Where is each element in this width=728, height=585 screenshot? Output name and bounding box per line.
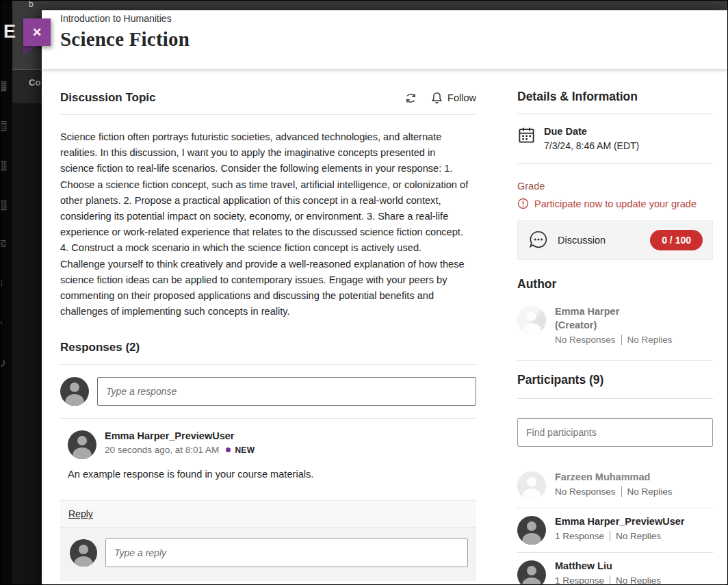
- participant-row: Emma Harper_PreviewUser 1 Response No Re…: [517, 508, 713, 552]
- participant-replies: No Replies: [616, 531, 661, 541]
- stats-separator: [610, 531, 610, 541]
- mail-icon[interactable]: ✉: [1, 236, 6, 252]
- reply-input[interactable]: [105, 538, 468, 567]
- participant-row: Matthew Liu 1 Response No Replies: [517, 552, 713, 584]
- due-date-value: 7/3/24, 8:46 AM (EDT): [544, 140, 639, 151]
- discussion-peek-panel: Introduction to Humanities Science Ficti…: [42, 10, 727, 584]
- current-user-avatar: [60, 377, 89, 406]
- author-avatar: [517, 306, 546, 335]
- participant-avatar: [517, 471, 546, 500]
- close-button-fold: [23, 46, 38, 55]
- warning-icon: [517, 198, 529, 209]
- grade-score-pill: 0 / 100: [650, 230, 703, 250]
- response-timestamp: 20 seconds ago, at 8:01 AM: [105, 445, 219, 455]
- clock-icon[interactable]: ◔: [1, 315, 3, 330]
- chart-icon[interactable]: ▥: [1, 157, 8, 172]
- close-button[interactable]: ✕: [23, 18, 51, 46]
- stats-separator: [610, 575, 610, 584]
- grade-warning-text: Participate now to update your grade: [534, 198, 697, 209]
- course-name: Introduction to Humanities: [60, 13, 727, 24]
- refresh-button[interactable]: [404, 92, 417, 105]
- new-indicator-dot: [226, 447, 231, 452]
- due-date-label: Due Date: [544, 126, 639, 137]
- details-heading: Details & Information: [517, 90, 713, 104]
- participant-name: Farzeen Muhammad: [555, 471, 673, 482]
- responses-heading: Responses (2): [60, 341, 476, 354]
- author-heading: Author: [517, 277, 713, 291]
- stats-separator: [621, 486, 622, 497]
- participant-replies: No Replies: [627, 486, 673, 497]
- list-icon[interactable]: ≡: [1, 276, 3, 291]
- topic-header-row: Discussion Topic: [60, 91, 476, 105]
- response-compose-row: [60, 377, 476, 406]
- author-row: Emma Harper (Creator) No Responses No Re…: [517, 306, 713, 345]
- discussion-icon: [528, 229, 549, 251]
- participant-replies: No Replies: [616, 575, 661, 584]
- grade-summary-box: Discussion 0 / 100: [517, 220, 713, 260]
- author-responses: No Responses: [555, 335, 616, 345]
- discussion-prompt-text: Science fiction often portrays futuristi…: [60, 129, 469, 320]
- participant-stats: No Responses No Replies: [555, 486, 673, 497]
- author-stats: No Responses No Replies: [555, 335, 673, 345]
- divider: [517, 114, 713, 114]
- new-badge: NEW: [235, 445, 255, 455]
- calendar-icon: [517, 126, 536, 144]
- discussion-main-column: Discussion Topic: [60, 69, 476, 584]
- divider: [60, 114, 476, 115]
- bell-icon: [431, 92, 443, 105]
- current-user-avatar: [70, 539, 97, 567]
- participant-responses: 1 Response: [555, 531, 604, 541]
- participants-heading: Participants (9): [517, 373, 713, 387]
- find-participants-input[interactable]: [517, 418, 713, 447]
- sync-icon[interactable]: ↻: [1, 355, 6, 371]
- follow-label: Follow: [447, 92, 476, 103]
- participant-responses: No Responses: [555, 486, 616, 497]
- participant-avatar: [517, 516, 546, 545]
- page-title: Science Fiction: [60, 28, 727, 51]
- author-name: Emma Harper: [555, 306, 673, 317]
- grade-warning: Participate now to update your grade: [517, 198, 713, 209]
- participant-list: Farzeen Muhammad No Responses No Replies…: [517, 464, 713, 584]
- author-replies: No Replies: [627, 335, 673, 345]
- follow-button[interactable]: Follow: [431, 92, 476, 105]
- response-item: Emma Harper_PreviewUser 20 seconds ago, …: [60, 419, 476, 489]
- grade-item-label: Discussion: [558, 235, 606, 246]
- participant-stats: 1 Response No Replies: [555, 531, 684, 541]
- panel-body: Discussion Topic: [42, 69, 727, 584]
- participant-row: Farzeen Muhammad No Responses No Replies: [517, 464, 713, 508]
- panel-header: Introduction to Humanities Science Ficti…: [42, 10, 727, 69]
- participant-name: Emma Harper_PreviewUser: [555, 516, 684, 527]
- due-date-row: Due Date 7/3/24, 8:46 AM (EDT): [517, 126, 713, 151]
- refresh-icon: [404, 92, 417, 105]
- divider: [517, 360, 713, 361]
- backdrop-fragment: b: [29, 0, 34, 9]
- reply-link[interactable]: Reply: [68, 508, 93, 519]
- response-input[interactable]: [97, 377, 476, 406]
- response-author-avatar: [68, 430, 96, 459]
- backdrop-divider: [12, 69, 42, 70]
- backdrop-logo-fragment: E: [3, 21, 16, 42]
- reply-bar: Reply: [60, 500, 476, 528]
- participant-avatar: [517, 560, 546, 584]
- response-author-name: Emma Harper_PreviewUser: [105, 430, 255, 441]
- response-text: An example response is found in your cou…: [68, 469, 476, 480]
- participant-name: Matthew Liu: [555, 560, 661, 571]
- reply-compose-row: [60, 528, 476, 581]
- divider: [60, 364, 476, 365]
- calendar-rail-icon[interactable]: ▤: [1, 117, 8, 133]
- participant-stats: 1 Response No Replies: [555, 575, 661, 584]
- participant-responses: 1 Response: [555, 575, 604, 584]
- details-sidebar: Details & Information Due Date 7/3/24,: [517, 69, 713, 584]
- people-icon[interactable]: ▧: [1, 196, 8, 212]
- close-icon: ✕: [32, 25, 42, 40]
- grade-label: Grade: [517, 181, 713, 192]
- grid-icon[interactable]: ▦: [1, 77, 8, 93]
- app-left-rail: ▦ ▤ ▥ ▧ ✉ ≡ ◔ ↻: [1, 1, 12, 584]
- author-role: (Creator): [555, 320, 673, 330]
- backdrop-nav-fragment: Co: [29, 77, 40, 88]
- discussion-topic-heading: Discussion Topic: [60, 91, 156, 105]
- stats-separator: [621, 335, 622, 345]
- divider: [517, 398, 713, 399]
- divider: [517, 164, 713, 164]
